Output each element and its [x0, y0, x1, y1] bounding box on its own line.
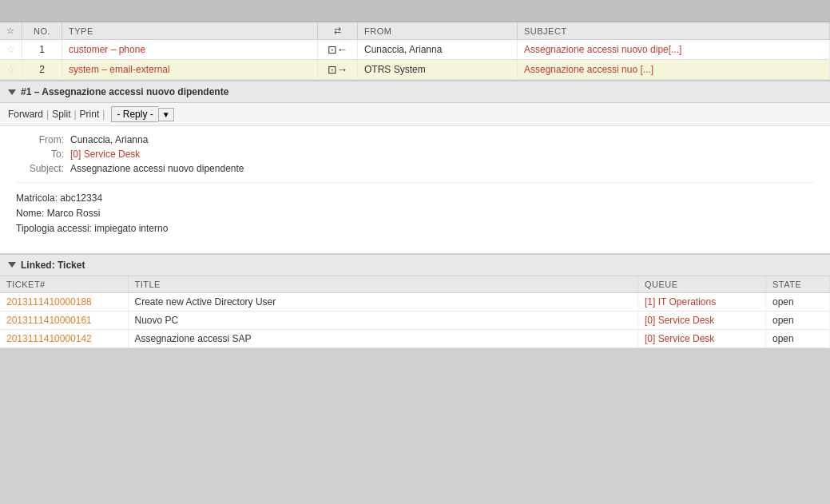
- col-header-from: FROM: [358, 22, 518, 40]
- subject-label: Subject:: [16, 163, 64, 174]
- linked-ticket-2[interactable]: 2013111410000161: [0, 311, 128, 329]
- linked-row-2: 2013111410000161 Nuovo PC [0] Service De…: [0, 311, 830, 329]
- linked-queue-2[interactable]: [0] Service Desk: [638, 311, 766, 329]
- from-label: From:: [16, 134, 64, 145]
- linked-ticket-link-1[interactable]: 2013111410000188: [6, 296, 92, 308]
- linked-col-state: STATE: [766, 276, 830, 293]
- top-bar: [0, 0, 830, 22]
- linked-collapse-icon[interactable]: [8, 262, 16, 268]
- linked-table: TICKET# TITLE QUEUE STATE 20131114100001…: [0, 276, 830, 348]
- subject-link-1[interactable]: Assegnazione accessi nuovo dipe[...]: [524, 44, 681, 55]
- split-link[interactable]: Split: [52, 109, 70, 120]
- linked-state-1: open: [766, 292, 830, 311]
- col-header-star: ☆: [0, 22, 22, 40]
- article-row-2[interactable]: ☆ 2 system – email-external ⊡→ OTRS Syst…: [0, 60, 830, 80]
- linked-col-queue: QUEUE: [638, 276, 766, 293]
- linked-state-3: open: [766, 329, 830, 347]
- subject-cell-2[interactable]: Assegnazione accessi nuo [...]: [518, 60, 830, 80]
- no-cell-1: 1: [22, 40, 62, 60]
- linked-section: Linked: Ticket TICKET# TITLE QUEUE STATE…: [0, 253, 830, 348]
- col-header-subject: SUBJECT: [518, 22, 830, 40]
- linked-queue-3[interactable]: [0] Service Desk: [638, 329, 766, 347]
- main-container: ☆ NO. TYPE ⇄ FROM SUBJECT ☆ 1 customer –…: [0, 22, 830, 348]
- sep-3: |: [102, 109, 105, 120]
- article-toolbar: Forward | Split | Print | - Reply - ▼: [0, 103, 830, 126]
- collapse-icon[interactable]: [8, 89, 16, 95]
- reply-button[interactable]: - Reply -: [111, 106, 157, 122]
- from-value: Cunaccia, Arianna: [70, 134, 148, 145]
- linked-col-ticket: TICKET#: [0, 276, 128, 293]
- col-header-no: NO.: [22, 22, 62, 40]
- body-line-1: Matricola: abc12334: [16, 191, 814, 206]
- linked-queue-1[interactable]: [1] IT Operations: [638, 292, 766, 311]
- subject-value: Assegnazione accessi nuovo dipendente: [70, 163, 244, 174]
- dir-icon-1: ⊡←: [328, 43, 348, 56]
- body-line-2: Nome: Marco Rossi: [16, 206, 814, 221]
- article-section-header: #1 – Assegnazione accessi nuovo dipenden…: [0, 81, 830, 103]
- linked-queue-link-2[interactable]: [0] Service Desk: [645, 315, 714, 326]
- linked-row-1: 2013111410000188 Create new Active Direc…: [0, 292, 830, 311]
- linked-title-2: Nuovo PC: [128, 311, 638, 329]
- col-header-type: TYPE: [62, 22, 318, 40]
- linked-ticket-link-2[interactable]: 2013111410000161: [6, 315, 92, 326]
- linked-section-title: Linked: Ticket: [21, 260, 85, 271]
- linked-title-3: Assegnazione accessi SAP: [128, 329, 638, 347]
- dir-cell-2: ⊡→: [318, 60, 358, 80]
- sep-1: |: [46, 109, 49, 120]
- to-label: To:: [16, 149, 64, 160]
- article-row-1[interactable]: ☆ 1 customer – phone ⊡← Cunaccia, Ariann…: [0, 40, 830, 60]
- linked-ticket-3[interactable]: 2013111410000142: [0, 329, 128, 347]
- linked-queue-link-1[interactable]: [1] IT Operations: [645, 296, 716, 308]
- type-link-2[interactable]: system – email-external: [69, 64, 170, 75]
- article-section-title: #1 – Assegnazione accessi nuovo dipenden…: [21, 86, 228, 97]
- type-cell-2[interactable]: system – email-external: [62, 60, 318, 80]
- linked-title-1: Create new Active Directory User: [128, 292, 638, 311]
- to-row: To: [0] Service Desk: [16, 149, 814, 160]
- no-cell-2: 2: [22, 60, 62, 80]
- dir-cell-1: ⊡←: [318, 40, 358, 60]
- to-link[interactable]: [0] Service Desk: [70, 149, 140, 160]
- type-link-1[interactable]: customer – phone: [69, 44, 145, 55]
- linked-ticket-link-3[interactable]: 2013111410000142: [6, 333, 92, 344]
- type-cell-1[interactable]: customer – phone: [62, 40, 318, 60]
- to-value: [0] Service Desk: [70, 149, 140, 160]
- col-header-dir: ⇄: [318, 22, 358, 40]
- forward-link[interactable]: Forward: [8, 109, 43, 120]
- from-cell-1: Cunaccia, Arianna: [358, 40, 518, 60]
- article-body: From: Cunaccia, Arianna To: [0] Service …: [0, 126, 830, 253]
- star-cell-1[interactable]: ☆: [0, 40, 22, 60]
- linked-queue-link-3[interactable]: [0] Service Desk: [645, 333, 714, 344]
- from-row: From: Cunaccia, Arianna: [16, 134, 814, 145]
- print-link[interactable]: Print: [80, 109, 100, 120]
- from-cell-2: OTRS System: [358, 60, 518, 80]
- subject-cell-1[interactable]: Assegnazione accessi nuovo dipe[...]: [518, 40, 830, 60]
- body-line-3: Tipologia accessi: impiegato interno: [16, 221, 814, 236]
- subject-row: Subject: Assegnazione accessi nuovo dipe…: [16, 163, 814, 174]
- article-section: #1 – Assegnazione accessi nuovo dipenden…: [0, 80, 830, 253]
- linked-section-header: Linked: Ticket: [0, 255, 830, 276]
- reply-dropdown-button[interactable]: ▼: [158, 108, 174, 121]
- linked-col-title: TITLE: [128, 276, 638, 293]
- article-meta: From: Cunaccia, Arianna To: [0] Service …: [16, 134, 814, 174]
- sep-2: |: [73, 109, 76, 120]
- linked-state-2: open: [766, 311, 830, 329]
- linked-ticket-1[interactable]: 2013111410000188: [0, 292, 128, 311]
- article-text: Matricola: abc12334 Nome: Marco Rossi Ti…: [16, 182, 814, 245]
- linked-row-3: 2013111410000142 Assegnazione accessi SA…: [0, 329, 830, 347]
- reply-dropdown: - Reply - ▼: [111, 106, 173, 122]
- star-cell-2[interactable]: ☆: [0, 60, 22, 80]
- dir-icon-2: ⊡→: [328, 63, 348, 76]
- article-table: ☆ NO. TYPE ⇄ FROM SUBJECT ☆ 1 customer –…: [0, 22, 830, 80]
- subject-link-2[interactable]: Assegnazione accessi nuo [...]: [524, 64, 653, 75]
